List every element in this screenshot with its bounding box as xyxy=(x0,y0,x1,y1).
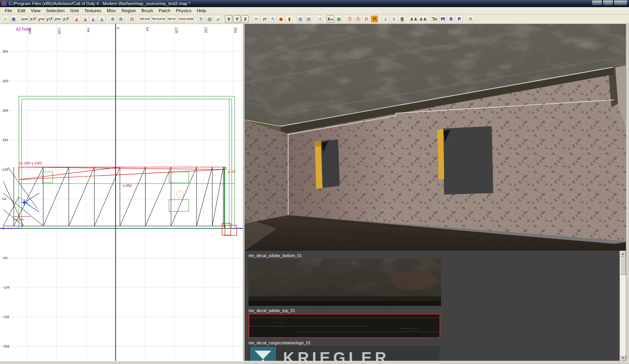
toolbar-button-misc-tool[interactable]: ⚙ xyxy=(467,15,474,23)
svg-text:192: 192 xyxy=(204,27,208,33)
toolbar-button-tex-flip[interactable]: TEX FLIP xyxy=(139,15,151,23)
toolbar-button-view-x[interactable]: X xyxy=(225,15,232,23)
grid-background xyxy=(0,24,243,361)
toolbar-button-layer-grid[interactable]: ▦ xyxy=(335,15,342,23)
toolbar-button-tex-90[interactable]: TEX 90° xyxy=(167,15,177,23)
texture-browser[interactable]: me_decal_adobe_bottom_01 me_decal_adobe_… xyxy=(245,251,626,361)
toolbar-button-translate-tool[interactable]: ⊕ xyxy=(109,15,116,23)
toolbar-button-patch-p[interactable]: P xyxy=(456,15,463,23)
svg-text:-192: -192 xyxy=(2,315,9,319)
texture-thumb-cargo-logo[interactable]: KRIEGLER xyxy=(248,346,440,361)
window-controls: — ▢ × xyxy=(591,0,627,6)
texture-thumb-adobe-top-selected[interactable] xyxy=(248,314,440,338)
toolbar-button-model-m[interactable]: M xyxy=(371,15,378,23)
measure-label: x:452 xyxy=(123,183,132,188)
toolbar-button-texture-view[interactable]: ▨ xyxy=(206,15,213,23)
toolbar-button-clipper[interactable]: ✂ xyxy=(252,15,260,23)
toolbar-button-rotate-x[interactable]: x↺ xyxy=(29,15,37,23)
toolbar-button-flip-x[interactable]: x↔ xyxy=(21,15,28,23)
close-button[interactable]: × xyxy=(614,0,627,6)
toolbar-button-rotate-z[interactable]: z↺ xyxy=(62,15,70,23)
toolbar-button-view-y[interactable]: Y xyxy=(233,15,241,23)
toolbar-button-select-touching[interactable]: ◮ xyxy=(81,15,89,23)
toolbar-button-free-rotation[interactable]: ↻ xyxy=(197,15,205,23)
main-area: -192-128-64064128192256 3843202561921286… xyxy=(0,24,629,361)
toolbar-button-drop-down[interactable]: ↓ xyxy=(382,15,389,23)
svg-text:-128: -128 xyxy=(57,27,61,34)
toolbar-button-lock-selection[interactable]: ▮ xyxy=(285,15,293,23)
svg-text:0: 0 xyxy=(2,226,4,230)
toolbar-button-select-inside[interactable]: ◮ xyxy=(98,15,105,23)
menu-item-patch[interactable]: Patch xyxy=(156,7,173,14)
menu-item-file[interactable]: File xyxy=(2,7,15,14)
texture-thumb-adobe-bottom[interactable] xyxy=(248,259,441,306)
grid-view-2d[interactable]: -192-128-64064128192256 3843202561921286… xyxy=(0,24,243,361)
menu-item-physics[interactable]: Physics xyxy=(173,7,194,14)
texture-scrollbar[interactable]: ▲ ▼ xyxy=(620,251,626,361)
toolbar-button-drop-to-floor[interactable]: ⇓ xyxy=(390,15,397,23)
toolbar-button-cursor-tool[interactable]: ↖ xyxy=(269,15,276,23)
scroll-up-button[interactable]: ▲ xyxy=(620,251,626,257)
toolbar-button-script-s[interactable]: Ⓢ xyxy=(354,15,362,23)
window-opening-1[interactable] xyxy=(315,140,340,189)
toolbar-button-draw-point[interactable]: ● xyxy=(277,15,285,23)
camera-view-3d[interactable] xyxy=(245,24,626,251)
svg-text:256: 256 xyxy=(2,108,8,112)
toolbar-button-hollow-brush[interactable]: ⊡ xyxy=(128,15,136,23)
menu-item-region[interactable]: Region xyxy=(119,7,138,14)
toolbar-button-curve-c[interactable]: Ⓒ xyxy=(346,15,353,23)
menu-item-textures[interactable]: Textures xyxy=(81,7,104,14)
toolbar-button-mesh-m[interactable]: M xyxy=(439,15,447,23)
toolbar-button-terrain-tw[interactable]: Tw xyxy=(431,15,438,23)
svg-text:64: 64 xyxy=(145,27,149,31)
menu-item-misc[interactable]: Misc xyxy=(104,7,119,14)
toolbar-button-ghost-arrows[interactable]: ⇉ xyxy=(316,15,323,23)
svg-text:384: 384 xyxy=(2,50,8,53)
toolbar-button-brush-b[interactable]: B xyxy=(447,15,455,23)
scroll-thumb[interactable] xyxy=(620,257,626,275)
menu-item-view[interactable]: View xyxy=(28,7,43,14)
toolbar-button-select-complete-tall[interactable]: ◭ xyxy=(73,15,81,23)
toolbar-button-flip-clip[interactable]: ⇄ xyxy=(261,15,268,23)
svg-text:256: 256 xyxy=(234,27,237,33)
toolbar-button-actor-pair-1[interactable]: ♟♟ xyxy=(409,15,418,23)
toolbar-button-flip-z[interactable]: z↔ xyxy=(54,15,61,23)
toolbar-button-flip-y[interactable]: y↔ xyxy=(37,15,45,23)
scroll-down-button[interactable]: ▼ xyxy=(620,355,626,361)
toolbar-button-view-z[interactable]: Z xyxy=(241,15,249,23)
menu-item-help[interactable]: Help xyxy=(194,7,209,14)
menu-item-selection[interactable]: Selection xyxy=(43,7,67,14)
titlebar[interactable]: C:/Program Files (x86)/Activision/Call o… xyxy=(0,0,629,7)
toolbar-button-vertex-mode[interactable]: ⊿ xyxy=(214,15,221,23)
toolbar-button-save[interactable]: ▣ xyxy=(10,15,17,23)
toolbar-button-select-partial-tall[interactable]: ◭ xyxy=(90,15,97,23)
toolbar-button-zero-grid[interactable]: 0 xyxy=(398,15,406,23)
minimize-button[interactable]: — xyxy=(592,0,602,6)
menu-item-brush[interactable]: Brush xyxy=(139,7,156,14)
toolbar-button-csg-merge[interactable]: ⊞ xyxy=(117,15,125,23)
svg-text:128: 128 xyxy=(2,167,8,171)
toolbar-button-actor-pair-2[interactable]: ♟♟ xyxy=(419,15,427,23)
texture-item[interactable]: me_decal_cargocontainerlogo_01 KRIEGLER xyxy=(248,340,626,361)
toolbar-button-detail-d[interactable]: D xyxy=(362,15,370,23)
toolbar-button-open[interactable]: ▱ xyxy=(2,15,9,23)
toolbar-button-entity-e[interactable]: E= xyxy=(327,15,334,23)
toolbar-button-rotate-y[interactable]: y↺ xyxy=(46,15,53,23)
toolbar-button-tex-flip-90[interactable]: TEX FLIP 90 xyxy=(151,15,166,23)
toolbar-button-entity-window-toggle[interactable]: ▤ xyxy=(305,15,312,23)
menu-item-grid[interactable]: Grid xyxy=(67,7,81,14)
texture-name: me_decal_cargocontainerlogo_01 xyxy=(248,340,626,345)
right-panel: me_decal_adobe_bottom_01 me_decal_adobe_… xyxy=(245,24,629,361)
window-opening-2[interactable] xyxy=(437,126,493,195)
view-label: XZ Front xyxy=(16,27,31,31)
maximize-button[interactable]: ▢ xyxy=(603,0,613,6)
texture-item[interactable]: me_decal_adobe_bottom_01 xyxy=(248,253,626,308)
toolbar-button-cycle-layer[interactable]: CYCLE LAYER xyxy=(178,15,194,23)
toolbar-button-texture-window-toggle[interactable]: ▥ xyxy=(296,15,304,23)
camera-canvas[interactable] xyxy=(245,24,626,251)
status-bar xyxy=(0,361,629,364)
left-wall[interactable] xyxy=(245,121,288,224)
grid-canvas[interactable]: -192-128-64064128192256 3843202561921286… xyxy=(0,24,243,361)
texture-item[interactable]: me_decal_adobe_top_01 xyxy=(248,308,626,340)
menu-item-edit[interactable]: Edit xyxy=(15,7,28,14)
